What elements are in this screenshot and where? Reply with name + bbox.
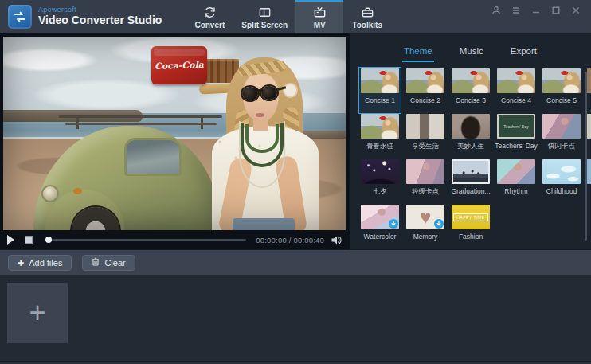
- menu-icon[interactable]: [511, 5, 522, 16]
- theme-thumbnail-image: [406, 159, 444, 184]
- theme-thumbnail-image: [361, 68, 399, 93]
- tab-theme[interactable]: Theme: [402, 43, 434, 62]
- main-nav: Convert Split Screen MV Toolkits: [186, 0, 391, 33]
- theme-thumbnail-flash-beat[interactable]: 快闪卡点: [541, 113, 582, 159]
- theme-thumbnail-qixi[interactable]: 七夕: [359, 159, 401, 204]
- clear-label: Clear: [104, 258, 125, 268]
- theme-thumbnail-gentle-beat[interactable]: 轻缓卡点: [405, 159, 446, 204]
- theme-thumbnail-image: [542, 114, 581, 139]
- add-files-label: Add files: [29, 258, 62, 268]
- theme-thumbnail-rhythm[interactable]: Rhythm: [495, 159, 537, 204]
- chalkboard-text: Teachers' Day: [503, 124, 529, 129]
- tab-convert-label: Convert: [194, 21, 225, 29]
- tab-export[interactable]: Export: [509, 43, 538, 62]
- theme-thumbnail-concise-4[interactable]: Concise 4: [495, 68, 537, 113]
- fashion-tag-text: HAPPY TIME: [453, 213, 487, 221]
- theme-thumbnail-image: [452, 159, 490, 184]
- theme-thumbnail-enjoy-life[interactable]: 享受生活: [405, 113, 446, 159]
- stop-button[interactable]: [25, 236, 33, 244]
- theme-grid: Concise 1 Concise 2 Concise 3 Concise 4 …: [359, 68, 586, 249]
- scene-vignette: [3, 37, 346, 230]
- tab-convert[interactable]: Convert: [186, 0, 233, 33]
- theme-thumbnail-image: [406, 68, 444, 93]
- volume-icon[interactable]: [331, 235, 342, 245]
- clear-button[interactable]: Clear: [82, 255, 135, 271]
- theme-thumbnail-watercolor[interactable]: Watercolor: [359, 204, 401, 249]
- panel-tabs: Theme Music Export: [350, 33, 591, 64]
- seek-knob[interactable]: [45, 237, 52, 243]
- main-area: Coca-Cola: [0, 33, 591, 249]
- app-logo-icon: [8, 5, 32, 29]
- tab-split-screen-label: Split Screen: [241, 21, 288, 29]
- theme-thumbnail-graduation[interactable]: Graduation...: [450, 159, 491, 204]
- toolbox-icon: [361, 6, 374, 19]
- theme-thumbnail-image: [497, 159, 535, 184]
- app-window: Apowersoft Video Converter Studio Conver…: [0, 0, 591, 364]
- theme-thumbnail-image: [361, 114, 399, 139]
- player-controls: 00:00:00 / 00:00:40: [0, 230, 349, 249]
- close-icon[interactable]: [570, 5, 581, 16]
- theme-thumbnail-image: [361, 159, 399, 184]
- tab-toolkits[interactable]: Toolkits: [343, 0, 391, 33]
- theme-thumbnail-image: [452, 114, 490, 139]
- tab-music[interactable]: Music: [458, 43, 485, 62]
- app-title: Video Converter Studio: [38, 14, 162, 26]
- theme-thumbnail-concise-5[interactable]: Concise 5: [541, 68, 582, 113]
- theme-thumbnail-wonderful-life[interactable]: 美妙人生: [450, 113, 491, 159]
- titlebar: Apowersoft Video Converter Studio Conver…: [0, 0, 591, 33]
- tab-toolkits-label: Toolkits: [352, 21, 382, 29]
- plus-icon: +: [18, 257, 24, 268]
- plus-icon: +: [29, 302, 45, 325]
- theme-thumbnail-image: [406, 114, 444, 139]
- theme-thumbnail-image: [452, 68, 490, 93]
- window-controls: [491, 5, 581, 16]
- theme-thumbnail-image: [542, 159, 581, 184]
- heart-frame-icon: ♥: [420, 208, 431, 227]
- add-files-button[interactable]: + Add files: [8, 255, 72, 271]
- theme-thumbnail-concise-1[interactable]: Concise 1: [359, 68, 401, 113]
- add-file-tile[interactable]: +: [7, 283, 68, 343]
- theme-thumbnail-concise-3[interactable]: Concise 3: [450, 68, 491, 113]
- file-list-area: +: [0, 283, 591, 361]
- minimize-icon[interactable]: [530, 5, 542, 16]
- theme-thumbnail-image: HAPPY TIME: [452, 205, 490, 229]
- maximize-icon[interactable]: [550, 5, 562, 16]
- brand-block: Apowersoft Video Converter Studio: [38, 6, 162, 26]
- toolbar-strip: + Add files Clear: [0, 249, 591, 275]
- theme-thumbnail-image: ♥: [406, 205, 444, 229]
- split-screen-icon: [258, 6, 272, 19]
- theme-thumbnail-memory[interactable]: ♥ Memory: [405, 204, 446, 249]
- trash-icon: [92, 257, 100, 268]
- play-button[interactable]: [7, 235, 14, 245]
- theme-thumbnail-image: [497, 68, 535, 93]
- clipped-thumbnail: [587, 114, 591, 139]
- clipped-thumbnail: [587, 159, 591, 184]
- theme-thumbnail-image: Teachers' Day: [497, 114, 535, 139]
- status-strip: [0, 361, 591, 364]
- video-preview-pane: Coca-Cola: [0, 33, 349, 249]
- tab-mv[interactable]: MV: [296, 0, 343, 33]
- theme-thumbnail-image: [542, 68, 581, 93]
- theme-thumbnail-concise-2[interactable]: Concise 2: [405, 68, 446, 113]
- theme-thumbnail-teachers-day[interactable]: Teachers' Day Teachers' Day: [495, 113, 537, 159]
- panel-scrollbar[interactable]: [585, 72, 587, 241]
- clipped-thumbnail: [587, 68, 591, 93]
- download-icon: [434, 219, 444, 229]
- theme-thumbnail-youth[interactable]: 青春永驻: [359, 113, 401, 159]
- account-icon[interactable]: [491, 5, 502, 16]
- seek-bar[interactable]: [45, 239, 246, 241]
- tv-icon: [313, 6, 327, 19]
- time-display: 00:00:00 / 00:00:40: [256, 236, 324, 245]
- theme-thumbnail-fashion[interactable]: HAPPY TIME Fashion: [450, 204, 491, 249]
- download-icon: [389, 219, 398, 229]
- tab-split-screen[interactable]: Split Screen: [233, 0, 296, 33]
- refresh-icon: [203, 6, 217, 19]
- video-frame: Coca-Cola: [3, 37, 346, 230]
- theme-thumbnail-childhood[interactable]: Childhood: [541, 159, 582, 204]
- right-panel: Theme Music Export Concise 1 Concise 2 C…: [349, 33, 591, 249]
- theme-thumbnail-image: [361, 205, 399, 229]
- tab-mv-label: MV: [314, 21, 326, 29]
